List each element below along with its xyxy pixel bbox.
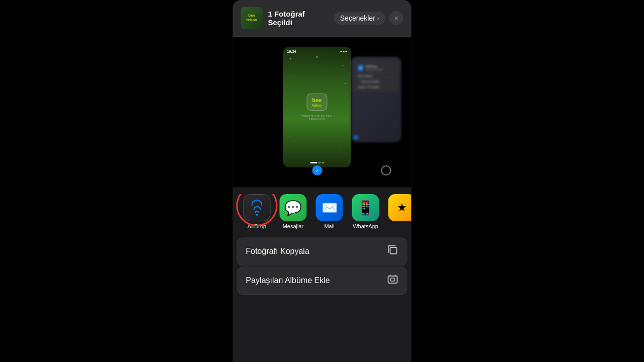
add-album-button[interactable]: Paylaşılan Albüme Ekle bbox=[237, 266, 408, 295]
mail-icon-emoji: ✉️ bbox=[321, 200, 338, 216]
airdrop-option-off: Alma Kapalı bbox=[358, 73, 395, 78]
empty-selection-circle bbox=[381, 165, 391, 175]
bottom-spacer bbox=[233, 296, 412, 316]
messages-label: Mesajlar bbox=[283, 223, 304, 229]
share-sheet-header: beetekno 1 Fotoğraf Seçildi Seçenekler ›… bbox=[233, 0, 412, 37]
close-icon: × bbox=[394, 14, 398, 22]
selected-photo-thumb: beetekno bbox=[241, 7, 263, 29]
copy-photo-icon bbox=[387, 244, 398, 258]
star-decoration: × bbox=[288, 135, 289, 137]
airdrop-app-icon bbox=[244, 194, 271, 221]
airdrop-label: AirDrop bbox=[248, 223, 266, 229]
whatsapp-app-icon: 📱 bbox=[352, 194, 379, 221]
bee-logo: bee tekno bbox=[307, 94, 328, 110]
bee-text-line1: bee bbox=[312, 97, 322, 103]
app-item-partial[interactable]: ★ bbox=[386, 194, 412, 229]
share-sheet: beetekno 1 Fotoğraf Seçildi Seçenekler ›… bbox=[233, 0, 412, 362]
status-time: 10:34 bbox=[287, 50, 296, 53]
star-decoration: ✦ bbox=[344, 82, 346, 85]
partial-icon-symbol: ★ bbox=[397, 201, 407, 214]
airdrop-overlay-info: AirDrop Yalnızca Kişiler bbox=[366, 65, 383, 71]
airdrop-option-everyone: Herkes 10 Dakika bbox=[358, 84, 395, 89]
chevron-right-icon: › bbox=[377, 15, 379, 21]
app-item-mail[interactable]: ✉️ Mail bbox=[313, 194, 346, 229]
star-decoration: ✦ bbox=[342, 64, 344, 67]
selection-check: ✓ bbox=[312, 165, 322, 175]
sheet-title: 1 Fotoğraf Seçildi bbox=[268, 10, 330, 27]
svg-rect-2 bbox=[391, 278, 395, 281]
photo-close-icon: × bbox=[315, 55, 318, 60]
options-button[interactable]: Seçenekler › bbox=[334, 12, 385, 25]
copy-photo-label: Fotoğrafı Kopyala bbox=[246, 247, 309, 256]
status-bar: 10:34 bbox=[287, 50, 347, 53]
partial-app-icon: ★ bbox=[388, 194, 412, 221]
airdrop-option-contacts: Yalnızca Kişiler bbox=[358, 78, 395, 84]
tekno-text: tekno bbox=[312, 104, 322, 107]
main-photo: 10:34 ✦ ✦ × ✦ × ✦ × bee bbox=[283, 47, 351, 167]
mail-label: Mail bbox=[324, 223, 334, 229]
whatsapp-label: WhatsApp bbox=[353, 223, 378, 229]
options-label: Seçenekler bbox=[340, 14, 375, 22]
star-decoration: ✦ bbox=[341, 145, 342, 147]
album-icon-svg bbox=[387, 274, 398, 285]
airdrop-small-icon: ◉ bbox=[358, 65, 364, 71]
blue-indicator bbox=[354, 135, 358, 139]
status-icons bbox=[341, 51, 347, 52]
svg-rect-0 bbox=[390, 247, 397, 254]
apps-row: AirDrop 💬 Mesajlar ✉️ bbox=[233, 188, 412, 233]
airdrop-overlay-subtitle: Yalnızca Kişiler bbox=[366, 68, 383, 71]
airdrop-menu-overlay: ◉ AirDrop Yalnızca Kişiler Alma Kapalı Y… bbox=[354, 62, 399, 93]
app-item-messages[interactable]: 💬 Mesajlar bbox=[277, 194, 309, 229]
whatsapp-icon-emoji: 📱 bbox=[357, 200, 374, 216]
header-info: 1 Fotoğraf Seçildi bbox=[268, 10, 330, 27]
check-icon: ✓ bbox=[315, 167, 319, 174]
app-item-airdrop[interactable]: AirDrop bbox=[241, 194, 273, 229]
add-album-label: Paylaşılan Albüme Ekle bbox=[246, 276, 330, 285]
add-album-icon bbox=[387, 274, 398, 287]
apps-scroll: AirDrop 💬 Mesajlar ✉️ bbox=[233, 194, 412, 229]
messages-icon-emoji: 💬 bbox=[284, 200, 302, 216]
airdrop-wrapper: AirDrop bbox=[241, 194, 273, 229]
copy-icon-svg bbox=[387, 244, 398, 255]
mail-app-icon: ✉️ bbox=[316, 194, 343, 221]
close-button[interactable]: × bbox=[389, 11, 404, 25]
messages-app-icon: 💬 bbox=[280, 194, 307, 221]
star-decoration: × bbox=[293, 74, 294, 76]
airdrop-overlay-header: ◉ AirDrop Yalnızca Kişiler bbox=[358, 65, 395, 71]
secondary-photo: ◉ AirDrop Yalnızca Kişiler Alma Kapalı Y… bbox=[351, 57, 401, 142]
slogan-text: TÜRKİYE'NİN EN YENİTEKNOLOJİ bbox=[301, 115, 333, 121]
svg-rect-1 bbox=[388, 276, 397, 283]
star-decoration: ✦ bbox=[289, 57, 292, 60]
actions-list: Fotoğrafı Kopyala Paylaşılan Albüme Ekle bbox=[233, 233, 412, 362]
photo-preview-area: 10:34 ✦ ✦ × ✦ × ✦ × bee bbox=[233, 37, 412, 188]
app-item-whatsapp[interactable]: 📱 WhatsApp bbox=[350, 194, 382, 229]
copy-photo-button[interactable]: Fotoğrafı Kopyala bbox=[237, 237, 408, 265]
photo-dots bbox=[310, 162, 324, 163]
